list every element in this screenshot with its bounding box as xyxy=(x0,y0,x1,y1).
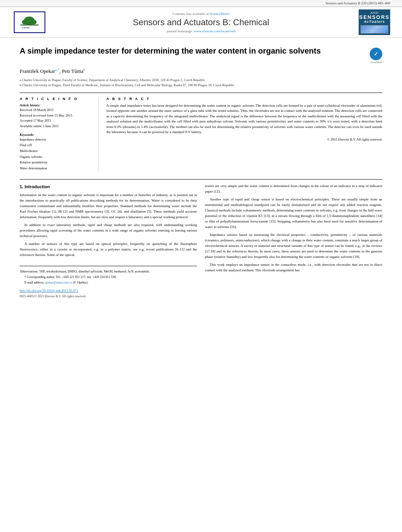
email-line: E-mail address: apekar@natur.cuni.cz (F.… xyxy=(20,280,197,285)
author2-name: , Petr Tůma xyxy=(60,68,84,74)
doi-line: http://dx.doi.org/10.1016/j.snb.2015.05.… xyxy=(20,288,197,294)
kw1: Impedance detector xyxy=(20,137,93,143)
abstract-text: A simple dual impedance tester has been … xyxy=(106,103,382,135)
affiliations: a Charles University in Prague, Faculty … xyxy=(20,78,382,88)
author1-sup: a,* xyxy=(55,68,60,72)
journal-header: ELSEVIER Contents lists available at Sci… xyxy=(0,7,402,38)
svg-point-3 xyxy=(22,20,28,24)
main-content: A simple impedance tester for determinin… xyxy=(0,38,402,307)
body-content: 1. Introduction Information on the water… xyxy=(20,184,382,299)
footnotes: Abbreviations: THF, tetrahydrofuran; DMS… xyxy=(20,266,197,285)
body-p2: In addition to exact laboratory methods,… xyxy=(20,222,197,239)
kw2: Dual cell xyxy=(20,143,93,148)
email-link[interactable]: apekar@natur.cuni.cz xyxy=(45,281,73,284)
abstract-copyright: © 2015 Elsevier B.V. All rights reserved… xyxy=(106,137,382,141)
body-r-p3: Impedance sensors based on measuring the… xyxy=(205,232,382,260)
body-r-p4: This work employs an impedance sensor in… xyxy=(205,262,382,273)
svg-point-4 xyxy=(30,20,37,24)
sensors-actuators-logo: and SENSORS AcTuators xyxy=(355,9,390,35)
abstract-col: A B S T R A C T A simple dual impedance … xyxy=(106,97,382,172)
available-date: Available online 3 June 2015 xyxy=(20,124,93,129)
divider-2 xyxy=(20,179,382,180)
page: Sensors and Actuators B 220 (2015) 485–4… xyxy=(0,0,402,532)
article-info-heading: A R T I C L E I N F O xyxy=(20,97,93,101)
section1-title: 1. Introduction xyxy=(20,184,197,190)
keywords-title: Keywords: xyxy=(20,133,93,137)
abbreviations: Abbreviations: THF, tetrahydrofuran; DMS… xyxy=(20,269,197,274)
journal-homepage: journal homepage: www.elsevier.com/locat… xyxy=(47,29,355,33)
kw6: Water determination xyxy=(20,166,93,171)
author2-sup: b xyxy=(83,68,85,72)
article-info-col: A R T I C L E I N F O Article history: R… xyxy=(20,97,99,172)
article-history: Article history: Received 18 March 2015 … xyxy=(20,103,93,129)
journal-center-content: Contents lists available at ScienceDirec… xyxy=(47,12,355,33)
citation-bar: Sensors and Actuators B 220 (2015) 485–4… xyxy=(0,0,402,7)
sensors-logo-image xyxy=(361,25,388,33)
body-p3: A number of sensors of this type are bas… xyxy=(20,241,197,258)
corresponding-author: * Corresponding author. Tel.: +420 221 9… xyxy=(20,275,197,280)
issn-line: 0925-4005/© 2015 Elsevier B.V. All right… xyxy=(20,294,197,299)
body-r-p2: Another type of rapid and cheap sensor i… xyxy=(205,197,382,230)
svg-text:ELSEVIER: ELSEVIER xyxy=(22,27,30,29)
article-title: A simple impedance tester for determinin… xyxy=(20,46,366,56)
body-r-p1: testers are very simple and the water co… xyxy=(205,184,382,195)
keywords-section: Keywords: Impedance detector Dual cell M… xyxy=(20,133,93,171)
divider-1 xyxy=(20,93,382,93)
history-title: Article history: xyxy=(20,103,93,107)
body-col-right: testers are very simple and the water co… xyxy=(205,184,382,299)
received-revised-date: Received in revised form 13 May 2015 xyxy=(20,113,93,118)
body-p1: Information on the water content in orga… xyxy=(20,193,197,220)
kw5: Relative permittivity xyxy=(20,160,93,165)
received-date: Received 18 March 2015 xyxy=(20,108,93,113)
doi-link[interactable]: http://dx.doi.org/10.1016/j.snb.2015.05.… xyxy=(20,289,78,293)
kw4: Organic solvents xyxy=(20,154,93,160)
sensors-logo-box: and SENSORS AcTuators xyxy=(359,9,390,35)
authors-line: František Opekara,*, Petr Tůmab xyxy=(20,68,382,74)
elsevier-logo: ELSEVIER xyxy=(12,11,47,33)
abstract-heading: A B S T R A C T xyxy=(106,97,382,101)
affil2: b Charles University in Prague, Third Fa… xyxy=(20,83,382,88)
body-col-left: 1. Introduction Information on the water… xyxy=(20,184,197,299)
crossmark-logo: ✓ CrossMark xyxy=(370,48,382,64)
sciencedirect-link: Contents lists available at ScienceDirec… xyxy=(47,12,355,16)
article-info-abstract: A R T I C L E I N F O Article history: R… xyxy=(20,97,382,172)
citation-text: Sensors and Actuators B 220 (2015) 485–4… xyxy=(326,1,390,5)
elsevier-tree-icon: ELSEVIER xyxy=(18,15,41,29)
author1-name: František Opekar xyxy=(20,68,55,74)
sciencedirect-anchor[interactable]: ScienceDirect xyxy=(210,12,229,16)
journal-title: Sensors and Actuators B: Chemical xyxy=(47,17,355,28)
accepted-date: Accepted 17 May 2015 xyxy=(20,118,93,123)
crossmark-icon: ✓ xyxy=(370,48,382,60)
kw3: Multivibrator xyxy=(20,148,93,154)
elsevier-logo-box: ELSEVIER xyxy=(14,11,45,33)
homepage-url[interactable]: www.elsevier.com/locate/snb xyxy=(194,29,235,33)
affil1: a Charles University in Prague, Faculty … xyxy=(20,78,382,83)
